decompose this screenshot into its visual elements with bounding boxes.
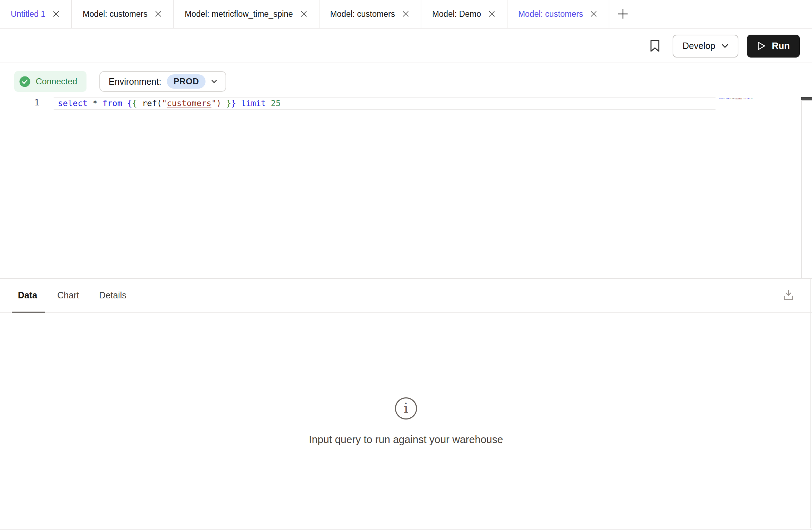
tab-close-icon[interactable] [589,10,598,18]
svg-text:i: i [404,400,409,416]
tab-close-icon[interactable] [401,10,410,18]
file-tab-label: Model: customers [330,9,395,19]
connected-label: Connected [36,76,77,86]
empty-state: i Input query to run against your wareho… [0,397,812,446]
status-row: Connected Environment: PROD [14,71,226,92]
toolbar: Develop Run [0,29,812,63]
file-tab-4[interactable]: Model: Demo [421,0,508,28]
app-window: Untitled 1Model: customersModel: metricf… [0,0,812,531]
info-icon: i [394,397,418,420]
tab-close-icon[interactable] [299,10,308,18]
chevron-down-icon [722,44,728,48]
results-tab-details[interactable]: Details [99,278,126,312]
environment-label: Environment: [109,76,161,87]
check-circle-icon [19,76,30,87]
results-tab-bar: DataChartDetails [0,279,812,313]
develop-button[interactable]: Develop [673,35,739,58]
bookmark-icon [650,40,660,52]
file-tab-2[interactable]: Model: metricflow_time_spine [174,0,320,28]
develop-button-label: Develop [683,41,716,51]
file-tab-label: Model: metricflow_time_spine [185,9,293,19]
chevron-down-icon [211,80,217,83]
tab-close-icon[interactable] [154,10,163,18]
active-line: select * from {{ ref("customers") }} lim… [54,97,716,110]
tab-close-icon[interactable] [52,10,60,18]
minimap-code: select * from {{ ref("customers") }} lim… [719,98,724,99]
file-tab-label: Model: customers [83,9,148,19]
run-button-label: Run [772,40,790,51]
file-tab-3[interactable]: Model: customers [320,0,422,28]
new-tab-button[interactable] [609,0,637,28]
file-tab-label: Model: customers [518,9,583,19]
file-tab-5[interactable]: Model: customers [508,0,610,28]
code-line[interactable]: select * from {{ ref("customers") }} lim… [54,99,281,108]
connection-status-badge: Connected [14,71,86,92]
file-tab-0[interactable]: Untitled 1 [0,0,72,28]
run-button[interactable]: Run [747,35,800,58]
scrollbar-thumb[interactable] [801,97,812,100]
minimap[interactable]: select * from {{ ref("customers") }} lim… [719,98,755,105]
file-tab-label: Model: Demo [432,9,481,19]
bottom-divider [0,529,812,530]
environment-value-badge: PROD [167,74,205,89]
bookmark-button[interactable] [650,40,660,52]
results-tab-data[interactable]: Data [18,278,37,312]
file-tab-1[interactable]: Model: customers [72,0,174,28]
results-tab-chart[interactable]: Chart [57,278,79,312]
play-icon [757,41,766,51]
file-tab-label: Untitled 1 [11,9,45,19]
empty-state-message: Input query to run against your warehous… [309,434,503,446]
code-editor[interactable]: 1 select * from {{ ref("customers") }} l… [0,92,812,278]
tab-close-icon[interactable] [487,10,496,18]
download-button[interactable] [781,288,796,302]
environment-selector[interactable]: Environment: PROD [99,71,226,92]
results-panel: DataChartDetails i Input query to run ag… [0,278,812,531]
tab-bar: Untitled 1Model: customersModel: metricf… [0,0,812,29]
line-number: 1 [0,98,39,107]
scrollbar-track [801,100,802,278]
download-icon [781,288,796,302]
plus-icon [617,8,629,20]
